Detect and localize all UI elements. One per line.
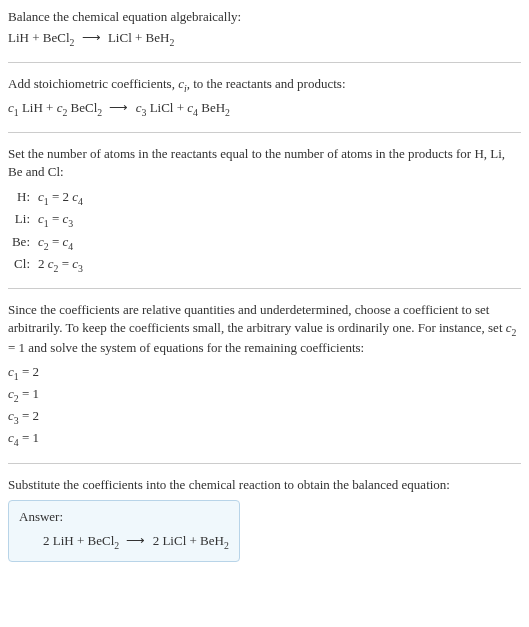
section-problem: Balance the chemical equation algebraica… (8, 8, 521, 63)
subscript: 2 (114, 539, 119, 550)
section-atom-balance: Set the number of atoms in the reactants… (8, 145, 521, 289)
term: 2 LiH (43, 533, 74, 548)
term: BeH (198, 100, 225, 115)
arrow-icon: ⟶ (105, 100, 132, 115)
subscript: 4 (78, 196, 83, 207)
text: = (49, 234, 63, 249)
atom-equation: c2 = c4 (38, 232, 521, 254)
subscript: 2 (70, 37, 75, 48)
atom-label: Be: (10, 232, 38, 254)
value: = 1 (19, 430, 39, 445)
text: = (58, 256, 72, 271)
term: BeCl (88, 533, 115, 548)
subscript: 2 (225, 106, 230, 117)
reactant-2: BeCl (43, 30, 70, 45)
section-answer: Substitute the coefficients into the che… (8, 476, 521, 574)
atom-label: Li: (10, 209, 38, 231)
section-solve: Since the coefficients are relative quan… (8, 301, 521, 463)
value: = 2 (19, 408, 39, 423)
atom-equations-table: H: c1 = 2 c4 Li: c1 = c3 Be: c2 = c4 Cl:… (10, 187, 521, 276)
plus: + (186, 533, 200, 548)
plus: + (43, 100, 57, 115)
problem-title: Balance the chemical equation algebraica… (8, 8, 521, 26)
coef-row: c2 = 1 (8, 384, 521, 406)
section-add-coefficients: Add stoichiometric coefficients, ci, to … (8, 75, 521, 132)
plus: + (173, 100, 187, 115)
reactant-1: LiH (8, 30, 29, 45)
solve-text: Since the coefficients are relative quan… (8, 301, 521, 358)
atom-equation: c1 = c3 (38, 209, 521, 231)
add-coef-title: Add stoichiometric coefficients, ci, to … (8, 75, 521, 95)
arrow-icon: ⟶ (122, 533, 149, 548)
term: LiCl (146, 100, 173, 115)
atom-row-li: Li: c1 = c3 (10, 209, 521, 231)
term: LiH (19, 100, 43, 115)
substitute-text: Substitute the coefficients into the che… (8, 476, 521, 494)
product-2: BeH (146, 30, 170, 45)
unbalanced-equation: LiH + BeCl2 ⟶ LiCl + BeH2 (8, 28, 521, 50)
atom-balance-title: Set the number of atoms in the reactants… (8, 145, 521, 181)
text: Since the coefficients are relative quan… (8, 302, 506, 335)
balanced-equation: 2 LiH + BeCl2 ⟶ 2 LiCl + BeH2 (19, 531, 229, 553)
coef-row: c3 = 2 (8, 406, 521, 428)
plus: + (74, 533, 88, 548)
stoich-equation: c1 LiH + c2 BeCl2 ⟶ c3 LiCl + c4 BeH2 (8, 98, 521, 120)
atom-label: H: (10, 187, 38, 209)
subscript: 2 (512, 327, 517, 338)
text: , to the reactants and products: (187, 76, 346, 91)
atom-row-h: H: c1 = 2 c4 (10, 187, 521, 209)
subscript: 2 (97, 106, 102, 117)
answer-box: Answer: 2 LiH + BeCl2 ⟶ 2 LiCl + BeH2 (8, 500, 240, 562)
subscript: 2 (169, 37, 174, 48)
coef-row: c1 = 2 (8, 362, 521, 384)
arrow-icon: ⟶ (78, 30, 105, 45)
text: 2 (38, 256, 48, 271)
atom-equation: 2 c2 = c3 (38, 254, 521, 276)
subscript: 2 (224, 539, 229, 550)
atom-row-be: Be: c2 = c4 (10, 232, 521, 254)
text: Add stoichiometric coefficients, (8, 76, 178, 91)
coef-row: c4 = 1 (8, 428, 521, 450)
plus: + (29, 30, 43, 45)
answer-label: Answer: (19, 509, 229, 525)
value: = 2 (19, 364, 39, 379)
subscript: 3 (68, 218, 73, 229)
term: 2 LiCl (153, 533, 187, 548)
value: = 1 (19, 386, 39, 401)
atom-label: Cl: (10, 254, 38, 276)
text: = 1 and solve the system of equations fo… (8, 340, 364, 355)
term: BeCl (67, 100, 97, 115)
subscript: 3 (78, 262, 83, 273)
plus: + (132, 30, 146, 45)
text: = (49, 211, 63, 226)
term: BeH (200, 533, 224, 548)
text: = 2 (49, 189, 73, 204)
subscript: 4 (68, 240, 73, 251)
atom-row-cl: Cl: 2 c2 = c3 (10, 254, 521, 276)
atom-equation: c1 = 2 c4 (38, 187, 521, 209)
product-1: LiCl (108, 30, 132, 45)
coefficient-solutions: c1 = 2 c2 = 1 c3 = 2 c4 = 1 (8, 362, 521, 451)
